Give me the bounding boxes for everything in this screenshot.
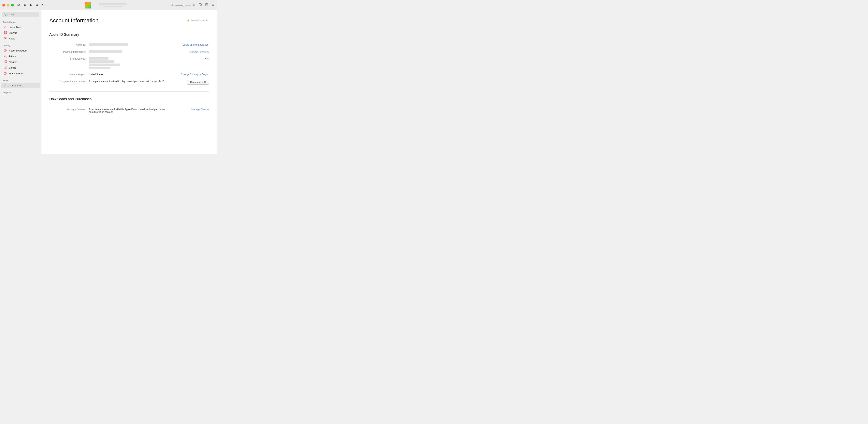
sidebar-item-artists[interactable]: Artists — [1, 54, 40, 59]
sidebar-section-header-library: Library — [0, 43, 41, 48]
apple-id-summary-title: Apple ID Summary — [49, 33, 209, 37]
svg-marker-3 — [36, 4, 37, 6]
now-playing-title — [99, 3, 126, 5]
sidebar-section-playlists: Playlists — [0, 91, 41, 94]
volume-control[interactable]: 🔈 🔊 — [171, 4, 195, 6]
main-layout: 🔍 Apple Music ⊙ Listen Now Browse Radio — [0, 10, 217, 154]
svg-rect-13 — [4, 31, 5, 33]
album-art-thumbnail — [85, 2, 91, 8]
payment-row: Payment Information: Manage Payments — [49, 48, 209, 55]
sidebar-item-label-browse: Browse — [9, 31, 17, 34]
sidebar-section-header-playlists: Playlists — [0, 91, 41, 94]
artists-icon — [4, 55, 7, 58]
payment-value — [89, 50, 166, 53]
sidebar-section-header-store: Store — [0, 79, 41, 83]
sidebar-section-header-apple-music: Apple Music — [0, 20, 41, 24]
manage-devices-row: Manage Devices: 9 devices are associated… — [49, 106, 209, 115]
svg-marker-4 — [37, 4, 38, 6]
sidebar-section-library: Library Recently Added Artists Albums — [0, 43, 41, 76]
sidebar-item-music-videos[interactable]: Music Videos — [1, 71, 40, 76]
sidebar-item-albums[interactable]: Albums — [1, 59, 40, 65]
transport-controls — [17, 3, 45, 7]
apple-id-summary-section: Apple ID Summary Apple ID: Edit at apple… — [49, 33, 209, 87]
apple-id-action[interactable]: Edit at appleid.apple.com — [166, 43, 209, 46]
now-playing-area — [49, 2, 168, 8]
svg-rect-14 — [5, 31, 7, 33]
now-playing-artist — [103, 6, 123, 7]
right-controls — [198, 3, 215, 7]
deauthorize-all-button[interactable]: Deauthorize All — [187, 80, 209, 85]
sidebar-item-label-listen-now: Listen Now — [9, 26, 21, 29]
itunes-store-icon — [4, 84, 7, 87]
lock-icon: 🔒 — [187, 19, 190, 22]
manage-devices-action[interactable]: Manage Devices — [166, 108, 209, 111]
volume-slider[interactable] — [175, 5, 191, 5]
sidebar-item-listen-now[interactable]: ⊙ Listen Now — [1, 24, 40, 30]
close-button[interactable] — [2, 4, 5, 6]
shuffle-button[interactable] — [17, 3, 21, 7]
apple-id-row: Apple ID: Edit at appleid.apple.com — [49, 41, 209, 48]
search-wrapper[interactable]: 🔍 — [2, 12, 39, 17]
section-divider — [49, 91, 209, 92]
browse-icon — [4, 31, 7, 34]
sidebar-item-radio[interactable]: Radio — [1, 36, 40, 41]
volume-low-icon: 🔈 — [171, 4, 174, 6]
page-title: Account Information — [49, 18, 98, 24]
computer-auth-action[interactable]: Deauthorize All — [166, 80, 209, 85]
downloads-purchases-title: Downloads and Purchases — [49, 97, 209, 101]
svg-rect-15 — [4, 33, 5, 34]
listen-now-icon: ⊙ — [4, 25, 7, 29]
sidebar-item-label-music-videos: Music Videos — [9, 72, 24, 75]
rewind-button[interactable] — [23, 3, 26, 7]
computer-auth-label: Computer Authorizations: — [49, 80, 89, 83]
billing-address-label: Billing Address: — [49, 57, 89, 60]
svg-marker-1 — [25, 4, 26, 6]
minimize-button[interactable] — [7, 4, 9, 6]
menu-button[interactable] — [211, 3, 215, 7]
svg-point-19 — [5, 55, 6, 56]
sidebar-section-apple-music: Apple Music ⊙ Listen Now Browse Radio — [0, 20, 41, 41]
sidebar-item-browse[interactable]: Browse — [1, 30, 40, 35]
now-playing-info — [93, 3, 132, 7]
svg-point-23 — [5, 68, 6, 69]
sidebar: 🔍 Apple Music ⊙ Listen Now Browse Radio — [0, 10, 41, 154]
country-region-label: Country/Region: — [49, 73, 89, 76]
albums-icon — [4, 60, 7, 64]
traffic-lights — [2, 4, 14, 6]
content-area: Account Information 🔒 Secure Connection … — [41, 10, 217, 154]
billing-address-action[interactable]: Edit — [166, 57, 209, 60]
manage-devices-value: 9 devices are associated with this Apple… — [89, 108, 166, 114]
sidebar-item-itunes-store[interactable]: iTunes Store — [1, 83, 40, 88]
sidebar-item-label-itunes-store: iTunes Store — [9, 84, 23, 87]
svg-marker-26 — [4, 84, 6, 86]
downloads-purchases-section: Downloads and Purchases Manage Devices: … — [49, 97, 209, 115]
country-region-value: United States — [89, 73, 166, 76]
songs-icon — [4, 66, 7, 69]
billing-address-value — [89, 57, 166, 69]
page-header: Account Information 🔒 Secure Connection — [49, 18, 209, 24]
sidebar-item-label-artists: Artists — [9, 55, 16, 58]
title-bar: 🔈 🔊 — [0, 0, 217, 10]
manage-devices-label: Manage Devices: — [49, 108, 89, 111]
payment-action[interactable]: Manage Payments — [166, 50, 209, 53]
repeat-button[interactable] — [41, 3, 45, 7]
search-input[interactable] — [2, 12, 39, 17]
maximize-button[interactable] — [11, 4, 14, 6]
country-region-action[interactable]: Change Country or Region — [166, 73, 209, 76]
sidebar-item-label-recently-added: Recently Added — [9, 49, 27, 52]
svg-marker-0 — [24, 4, 25, 6]
apple-id-label: Apple ID: — [49, 43, 89, 47]
svg-rect-7 — [205, 4, 208, 6]
airplay-button[interactable] — [198, 3, 202, 7]
apple-id-value — [89, 43, 166, 46]
sidebar-item-songs[interactable]: Songs — [1, 65, 40, 70]
billing-address-row: Billing Address: Edit — [49, 55, 209, 71]
sidebar-item-recently-added[interactable]: Recently Added — [1, 48, 40, 53]
svg-rect-16 — [5, 33, 7, 34]
play-button[interactable] — [29, 3, 33, 7]
radio-icon — [4, 37, 7, 40]
sidebar-item-label-songs: Songs — [9, 66, 16, 69]
fast-forward-button[interactable] — [35, 3, 39, 7]
volume-high-icon: 🔊 — [192, 4, 195, 6]
lyrics-button[interactable] — [205, 3, 208, 7]
